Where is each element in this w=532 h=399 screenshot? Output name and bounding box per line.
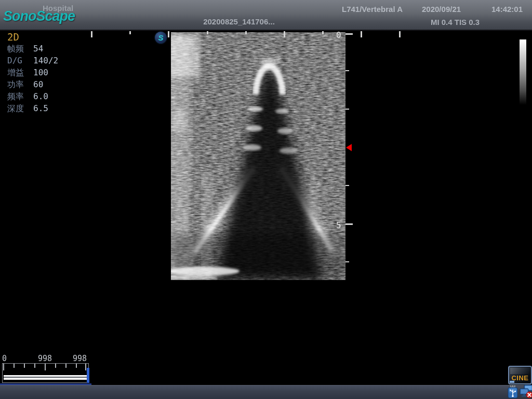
param-label: 深度 — [7, 103, 24, 114]
cine-progress-bar[interactable] — [4, 375, 87, 380]
depth-ruler-tick — [345, 33, 353, 35]
cine-end-frame: 998 — [73, 354, 87, 363]
depth-ruler-tick — [345, 261, 349, 262]
probe-orientation-mark-icon: S — [155, 32, 167, 44]
param-value: 54 — [33, 44, 43, 54]
cine-scrubber-tick — [24, 364, 25, 368]
depth-ruler-five-label: 5 — [336, 220, 341, 230]
cine-button-gloss — [510, 368, 530, 374]
mi-tis-readout: MI 0.4 TIS 0.3 — [424, 18, 486, 26]
grayscale-map-bar — [520, 39, 526, 105]
mode-label: 2D — [7, 31, 19, 43]
param-row-depth: 深度 6.5 — [7, 103, 101, 115]
ultrasound-speckle-render — [171, 32, 345, 280]
ultrasound-image — [171, 32, 345, 280]
cine-scrubber-tick — [14, 364, 15, 368]
ruler-tick — [361, 31, 362, 37]
ruler-tick — [322, 31, 324, 34]
depth-ruler-tick — [345, 109, 349, 110]
cine-scrubber-track[interactable] — [2, 363, 89, 383]
ruler-tick — [207, 31, 208, 34]
ruler-tick — [91, 31, 92, 37]
ruler-tick — [284, 31, 285, 37]
param-value: 100 — [33, 68, 48, 77]
system-time: 14:42:01 — [491, 5, 523, 14]
param-label: D/G — [7, 56, 22, 65]
param-label: 增益 — [7, 68, 24, 78]
cine-scrubber-tick — [45, 364, 46, 370]
param-value: 140/2 — [33, 56, 58, 65]
param-value: 6.0 — [33, 91, 48, 101]
cine-scrubber-tick — [76, 364, 77, 368]
depth-ruler-zero-label: 0 — [336, 30, 341, 40]
cine-scrubber-tick — [3, 364, 4, 370]
param-row-dg: D/G 140/2 — [7, 56, 101, 67]
ruler-tick — [245, 31, 247, 34]
cine-scrubber-tick — [55, 364, 56, 368]
hospital-name: Hospital — [43, 4, 73, 12]
cine-position-marker[interactable] — [87, 368, 89, 383]
param-row-framerate: 帧频 54 — [7, 44, 101, 55]
ruler-tick — [129, 31, 131, 34]
param-value: 6.5 — [33, 103, 48, 113]
cine-button-stand — [510, 381, 514, 383]
probe-preset: L741/Vertebral A — [342, 5, 403, 14]
system-date: 2020/09/21 — [422, 5, 461, 14]
usb-device-icon[interactable] — [507, 385, 518, 399]
top-status-bar: SonoScape Hospital 20200825_141706... L7… — [0, 0, 532, 31]
depth-ruler-tick — [345, 185, 349, 186]
cine-button[interactable]: CINE — [508, 366, 532, 384]
param-label: 功率 — [7, 79, 24, 90]
network-disconnected-icon[interactable] — [520, 384, 532, 399]
cine-start-frame: 0 — [2, 354, 7, 363]
taskbar — [0, 385, 532, 399]
exam-file-name: 20200825_141706... — [184, 17, 294, 26]
ruler-tick — [399, 31, 401, 37]
cine-scrubber-tick — [34, 364, 35, 368]
cine-scrubber-tick — [85, 364, 86, 370]
cine-mid-frame: 998 — [38, 354, 52, 363]
depth-ruler-tick — [345, 223, 353, 225]
param-label: 频率 — [7, 91, 24, 102]
ultrasound-screen: SonoScape Hospital 20200825_141706... L7… — [0, 0, 532, 399]
param-value: 60 — [33, 79, 43, 89]
focus-position-marker-icon[interactable] — [346, 144, 352, 151]
cine-scrubber-tick — [65, 364, 66, 368]
param-label: 帧频 — [7, 44, 24, 55]
param-row-frequency: 频率 6.0 — [7, 91, 101, 103]
depth-ruler-tick — [345, 70, 349, 71]
ruler-tick — [168, 31, 169, 37]
param-row-power: 功率 60 — [7, 79, 101, 91]
param-row-gain: 增益 100 — [7, 68, 101, 79]
